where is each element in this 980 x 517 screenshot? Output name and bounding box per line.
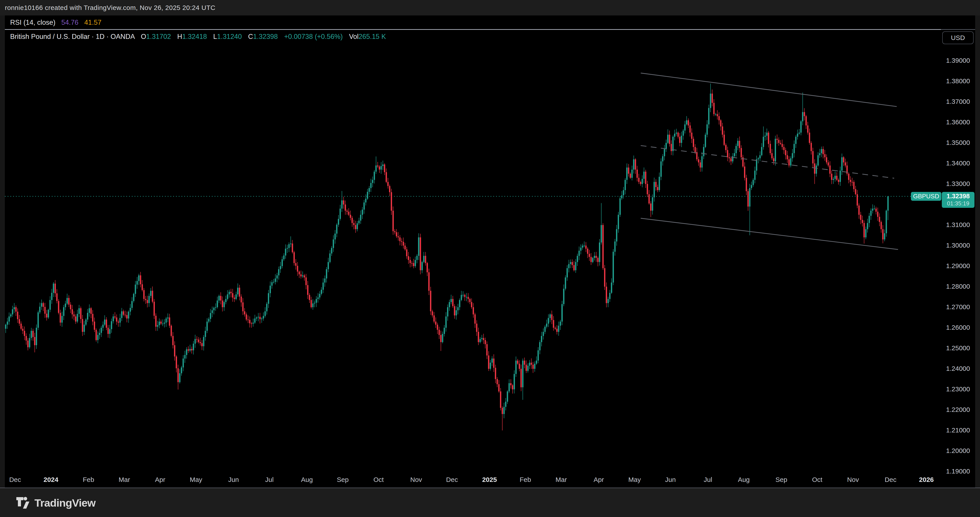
currency-toggle-button[interactable]: USD xyxy=(942,31,974,44)
open-label: O xyxy=(141,33,146,40)
price-tick-label: 1.25000 xyxy=(941,344,975,352)
price-tag-countdown: 01:35:19 xyxy=(942,200,974,207)
time-axis[interactable]: Dec2024FebMarAprMayJunJulAugSepOctNovDec… xyxy=(5,476,975,487)
attribution-bar: ronnie10166 created with TradingView.com… xyxy=(0,0,980,16)
time-tick-label: Nov xyxy=(410,476,422,484)
time-tick-label: 2025 xyxy=(482,476,497,484)
price-tick-label: 1.29000 xyxy=(941,262,975,270)
time-tick-label: Aug xyxy=(301,476,313,484)
price-tag: 1.32398 01:35:19 xyxy=(942,192,974,208)
time-tick-label: Dec xyxy=(446,476,458,484)
candlestick-plot[interactable] xyxy=(5,16,975,488)
price-tag-symbol: GBPUSD xyxy=(911,192,941,201)
time-tick-label: Oct xyxy=(374,476,384,484)
attribution-text: ronnie10166 created with TradingView.com… xyxy=(5,4,215,11)
price-tick-label: 1.33000 xyxy=(941,180,975,188)
price-tick-label: 1.19000 xyxy=(941,468,975,475)
time-tick-label: Jul xyxy=(704,476,712,484)
volume-label: Vol xyxy=(349,33,358,40)
rsi-ma-value: 41.57 xyxy=(84,19,102,26)
time-tick-label: Nov xyxy=(847,476,859,484)
volume-value: 265.15 K xyxy=(358,33,386,40)
chart-panel[interactable]: RSI (14, close) 54.76 41.57 British Poun… xyxy=(5,16,975,488)
price-tick-label: 1.28000 xyxy=(941,283,975,290)
low-value: 1.31240 xyxy=(217,33,242,40)
time-tick-label: 2024 xyxy=(43,476,58,484)
price-tick-label: 1.30000 xyxy=(941,242,975,249)
high-label: H xyxy=(177,33,182,40)
time-tick-label: Feb xyxy=(520,476,531,484)
open-value: 1.31702 xyxy=(146,33,171,40)
time-tick-label: Dec xyxy=(9,476,21,484)
price-tick-label: 1.31000 xyxy=(941,221,975,229)
price-tick-label: 1.22000 xyxy=(941,406,975,414)
footer: TradingView xyxy=(0,488,980,517)
time-tick-label: Aug xyxy=(738,476,749,484)
indicator-legend-rsi[interactable]: RSI (14, close) 54.76 41.57 xyxy=(10,19,101,27)
tradingview-logo-icon[interactable] xyxy=(16,496,30,509)
time-tick-label: Mar xyxy=(555,476,567,484)
tradingview-published-chart: ronnie10166 created with TradingView.com… xyxy=(0,0,980,517)
time-tick-label: Apr xyxy=(155,476,165,484)
channel-trendline[interactable] xyxy=(641,73,897,107)
rsi-value: 54.76 xyxy=(61,19,79,26)
channel-midline[interactable] xyxy=(641,146,894,178)
price-tick-label: 1.36000 xyxy=(941,118,975,126)
price-tick-label: 1.27000 xyxy=(941,303,975,311)
price-tick-label: 1.24000 xyxy=(941,365,975,372)
price-tick-label: 1.37000 xyxy=(941,98,975,105)
time-tick-label: 2026 xyxy=(919,476,934,484)
time-tick-label: Jun xyxy=(228,476,239,484)
price-tick-label: 1.20000 xyxy=(941,447,975,455)
close-label: C xyxy=(248,33,253,40)
pane-separator[interactable] xyxy=(5,29,941,30)
time-tick-label: Jul xyxy=(265,476,274,484)
high-value: 1.32418 xyxy=(182,33,207,40)
time-tick-label: Apr xyxy=(593,476,604,484)
time-tick-label: Oct xyxy=(812,476,822,484)
price-tag-value: 1.32398 xyxy=(942,192,974,200)
time-tick-label: Sep xyxy=(775,476,787,484)
time-tick-label: May xyxy=(189,476,202,484)
symbol-title: British Pound / U.S. Dollar · 1D · OANDA xyxy=(10,33,134,40)
price-tick-label: 1.35000 xyxy=(941,139,975,146)
symbol-legend[interactable]: British Pound / U.S. Dollar · 1D · OANDA… xyxy=(10,33,386,41)
rsi-label: RSI (14, close) xyxy=(10,19,56,26)
channel-trendline[interactable] xyxy=(641,218,898,249)
price-tick-label: 1.38000 xyxy=(941,77,975,85)
time-tick-label: Sep xyxy=(337,476,348,484)
price-tick-label: 1.21000 xyxy=(941,426,975,434)
price-tick-label: 1.23000 xyxy=(941,385,975,393)
price-tick-label: 1.39000 xyxy=(941,57,975,64)
time-tick-label: Feb xyxy=(83,476,94,484)
candlestick-series xyxy=(5,83,889,430)
time-tick-label: Dec xyxy=(885,476,896,484)
close-value: 1.32398 xyxy=(253,33,278,40)
price-axis[interactable]: 1.390001.380001.370001.360001.350001.340… xyxy=(941,16,975,488)
time-tick-label: Mar xyxy=(119,476,130,484)
change-value: +0.00738 (+0.56%) xyxy=(284,33,343,40)
time-tick-label: May xyxy=(628,476,641,484)
low-label: L xyxy=(213,33,217,40)
price-tick-label: 1.34000 xyxy=(941,159,975,167)
time-tick-label: Jun xyxy=(665,476,676,484)
price-tick-label: 1.26000 xyxy=(941,324,975,331)
tradingview-wordmark[interactable]: TradingView xyxy=(35,497,95,509)
